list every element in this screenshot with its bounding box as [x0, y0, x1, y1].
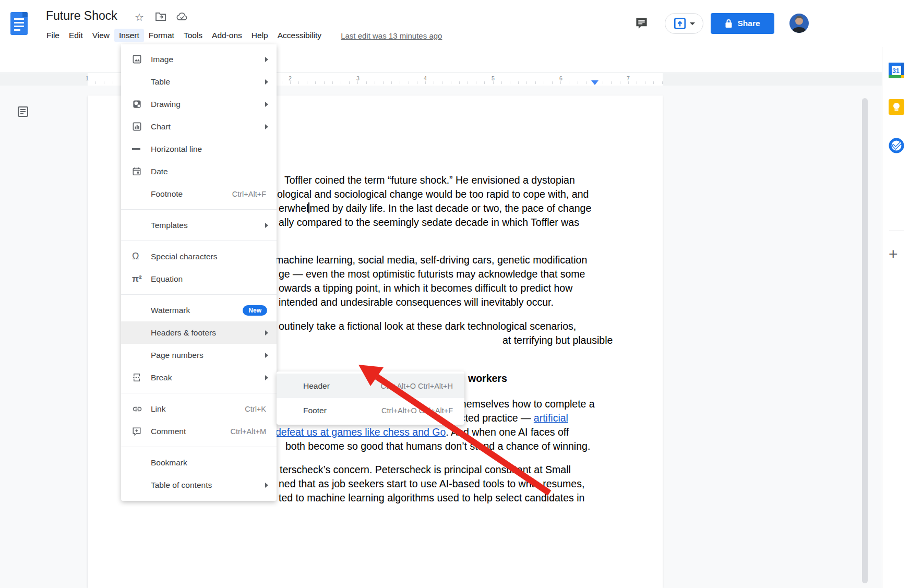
menu-help[interactable]: Help [247, 29, 273, 42]
menu-file[interactable]: File [42, 29, 64, 42]
menu-separator [121, 241, 277, 241]
menu-tools[interactable]: Tools [179, 29, 207, 42]
doc-text-line: defeat us at games like chess and Go. An… [276, 425, 569, 439]
menu-item-watermark[interactable]: Watermark New [121, 299, 277, 321]
move-folder-icon[interactable] [155, 12, 166, 24]
insert-menu: Image Table Drawing Chart Horizontal lin… [121, 44, 277, 501]
star-icon[interactable]: ☆ [135, 11, 144, 23]
menu-edit[interactable]: Edit [64, 29, 88, 42]
doc-hyperlink[interactable]: artificial [534, 412, 568, 424]
share-button[interactable]: Share [711, 13, 774, 34]
doc-text-line: erwhelmed by daily life. In the last dec… [279, 201, 591, 215]
menu-separator [121, 393, 277, 393]
doc-text-line: both become so good that humans don’t st… [285, 439, 590, 453]
submenu-arrow-icon [265, 79, 268, 85]
menu-view[interactable]: View [88, 29, 114, 42]
new-badge: New [243, 305, 267, 316]
menu-item-equation[interactable]: π² Equation [121, 268, 277, 290]
ruler-number: 1 [86, 75, 89, 81]
menu-item-image[interactable]: Image [121, 48, 277, 70]
side-panel: 31 + [882, 47, 910, 588]
panel-divider [889, 231, 904, 231]
menubar: File Edit View Insert Format Tools Add-o… [42, 28, 442, 43]
google-keep-icon[interactable] [888, 98, 905, 116]
ruler-number: 3 [356, 75, 360, 81]
show-outline-icon[interactable] [17, 105, 29, 118]
ruler-number: 2 [289, 75, 292, 81]
menu-item-chart[interactable]: Chart [121, 115, 277, 138]
submenu-arrow-icon [265, 102, 268, 107]
omega-icon: Ω [132, 251, 151, 262]
doc-text-line: machine learning, social media, self-dri… [275, 253, 587, 267]
last-edit-link[interactable]: Last edit was 13 minutes ago [341, 31, 442, 40]
menu-item-link[interactable]: LinkCtrl+K [121, 398, 277, 420]
menu-insert[interactable]: Insert [114, 29, 144, 42]
submenu-arrow-icon [265, 483, 268, 488]
account-avatar[interactable] [789, 14, 809, 33]
present-button[interactable] [665, 13, 703, 34]
doc-text-line: outinely take a fictional look at these … [279, 319, 576, 333]
titlebar: Future Shock ☆ File Edit View Insert For… [0, 0, 910, 47]
menu-item-comment[interactable]: CommentCtrl+Alt+M [121, 420, 277, 442]
menu-item-break[interactable]: Break [121, 366, 277, 389]
page-break-icon [132, 373, 151, 382]
menu-format[interactable]: Format [144, 29, 179, 42]
menu-addons[interactable]: Add-ons [207, 29, 247, 42]
date-icon [132, 166, 151, 176]
right-indent-marker[interactable] [591, 80, 598, 85]
doc-text-line: ned that as job seekers start to use AI-… [279, 477, 584, 491]
present-to-meeting-icon [673, 17, 687, 30]
doc-text-line: owards a tipping point, in which it beco… [279, 281, 572, 295]
google-docs-logo-icon[interactable] [10, 12, 28, 35]
menu-item-horizontal-line[interactable]: Horizontal line [121, 138, 277, 160]
svg-text:31: 31 [892, 67, 900, 75]
doc-text-line: ted to machine learning algorithms used … [279, 491, 584, 505]
ruler-number: 6 [559, 75, 562, 81]
submenu-arrow-icon [265, 375, 268, 380]
submenu-item-header[interactable]: Header Ctrl+Alt+O Ctrl+Alt+H [277, 374, 464, 398]
menu-item-date[interactable]: Date [121, 160, 277, 183]
google-tasks-icon[interactable] [888, 137, 905, 154]
vertical-scrollbar[interactable] [862, 98, 868, 583]
menu-accessibility[interactable]: Accessibility [273, 29, 326, 42]
menu-separator [121, 209, 277, 210]
doc-text-line: intended and undesirable consequences wi… [279, 295, 554, 309]
submenu-arrow-icon [265, 223, 268, 228]
ruler-number: 7 [627, 75, 630, 81]
submenu-arrow-icon [265, 57, 268, 62]
doc-text-line: ge — even the most optimistic futurists … [279, 267, 585, 281]
menu-item-drawing[interactable]: Drawing [121, 93, 277, 115]
share-label: Share [737, 19, 760, 28]
doc-section-heading: workers [468, 371, 507, 386]
present-dropdown-caret [690, 22, 695, 25]
lock-icon [725, 19, 733, 28]
open-comments-icon[interactable] [634, 16, 649, 32]
submenu-item-footer[interactable]: Footer Ctrl+Alt+O Ctrl+Alt+F [277, 398, 464, 423]
menu-item-headers-footers[interactable]: Headers & footers [121, 321, 277, 344]
menu-item-footnote[interactable]: FootnoteCtrl+Alt+F [121, 183, 277, 205]
menu-item-page-numbers[interactable]: Page numbers [121, 344, 277, 366]
horizontal-line-icon [132, 148, 151, 150]
doc-hyperlink[interactable]: defeat us at games like chess and Go [276, 426, 446, 438]
ruler-number: 4 [424, 75, 427, 81]
submenu-arrow-icon [265, 353, 268, 358]
image-icon [132, 54, 151, 64]
chart-icon [132, 122, 151, 131]
menu-item-table[interactable]: Table [121, 70, 277, 93]
document-title[interactable]: Future Shock [46, 9, 117, 23]
doc-text-line: ological and sociological change would b… [277, 187, 589, 201]
menu-item-table-of-contents[interactable]: Table of contents [121, 474, 277, 496]
link-icon [132, 404, 151, 414]
menu-item-special-characters[interactable]: Ω Special characters [121, 245, 277, 268]
submenu-arrow-icon [265, 124, 268, 129]
headers-footers-submenu: Header Ctrl+Alt+O Ctrl+Alt+H Footer Ctrl… [277, 371, 464, 425]
get-addons-icon[interactable]: + [889, 245, 898, 263]
doc-text-line: at terrifying but plausible [502, 333, 613, 347]
menu-item-bookmark[interactable]: Bookmark [121, 451, 277, 474]
menu-item-templates[interactable]: Templates [121, 214, 277, 236]
google-calendar-icon[interactable]: 31 [888, 62, 905, 79]
drawing-icon [132, 99, 151, 109]
doc-text-line: ally compared to the seemingly sedate de… [279, 215, 579, 230]
cloud-status-icon[interactable] [176, 12, 188, 24]
comment-icon [132, 427, 151, 436]
